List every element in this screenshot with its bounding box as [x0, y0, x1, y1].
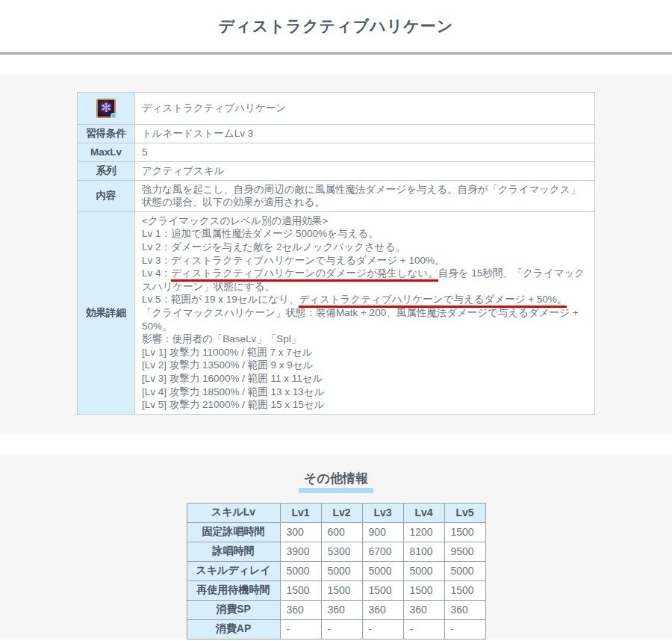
table-row-requirement: 習得条件 トルネードストームLv 3 [78, 125, 595, 143]
effect-detail-line: [Lv 2] 攻撃力 13500% / 範囲 9 x 9セル [142, 359, 588, 372]
wind-swirl-skill-icon: ✻ [96, 99, 116, 118]
cell-value: 1500 [321, 580, 362, 600]
table-row-series: 系列 アクティブスキル [78, 161, 595, 180]
row-header: 消費AP [187, 619, 280, 639]
cell-value: 300 [280, 522, 321, 542]
requirement-value: トルネードストームLv 3 [135, 125, 595, 143]
cell-value: - [321, 619, 362, 639]
effect-detail-line: Lv 2：ダメージを与えた敵を 2セルノックバックさせる。 [142, 241, 588, 254]
skill-detail-page: { "page": { "title": "ディストラクティブハリケーン" },… [0, 0, 672, 641]
other-info-table-body: 固定詠唱時間30060090012001500詠唱時間3900530067008… [187, 522, 485, 639]
cell-value: 900 [362, 522, 403, 542]
column-header-lv2: Lv2 [321, 503, 362, 522]
series-value: アクティブスキル [135, 161, 595, 180]
cell-value: 5000 [321, 561, 362, 580]
cell-value: 3900 [280, 542, 321, 561]
series-label: 系列 [78, 161, 135, 180]
effect-detail-line: <クライマックスのレベル別の適用効果> [142, 214, 588, 228]
table-row-effect-details: 効果詳細 <クライマックスのレベル別の適用効果>Lv 1：追加で風属性魔法ダメー… [78, 211, 595, 414]
column-header-lv1: Lv1 [280, 503, 321, 522]
effect-detail-line: 「クライマックスハリケーン」状態：装備Matk + 200、風属性魔法ダメージで… [142, 306, 588, 332]
row-header: スキルディレイ [187, 561, 280, 580]
skill-name-row: ✻ ディストラクティブハリケーン [78, 93, 595, 125]
cell-value: 1500 [444, 580, 485, 600]
maxlv-label: MaxLv [78, 143, 135, 162]
table-row-maxlv: MaxLv 5 [78, 143, 595, 162]
column-header-lv4: Lv4 [403, 503, 444, 522]
effect-detail-line: [Lv 4] 攻撃力 18500% / 範囲 13 x 13セル [142, 385, 588, 399]
cell-value: 5000 [280, 561, 321, 580]
other-info-header-row: スキルLvLv1Lv2Lv3Lv4Lv5 [187, 503, 485, 522]
cell-value: 360 [321, 600, 362, 619]
cell-value: 360 [444, 600, 485, 619]
description-label: 内容 [78, 180, 135, 211]
effect-text: [Lv 2] 攻撃力 13500% / 範囲 9 x 9セル [142, 359, 313, 371]
effect-text: <クライマックスのレベル別の適用効果> [142, 215, 328, 226]
cell-value: 5000 [403, 561, 444, 580]
cell-value: 1500 [280, 580, 321, 600]
cell-value: 360 [403, 600, 444, 619]
cell-value: 1500 [444, 522, 485, 542]
cell-value: 5300 [321, 542, 362, 561]
other-info-section: その他情報 スキルLvLv1Lv2Lv3Lv4Lv5 固定詠唱時間3006009… [0, 455, 672, 640]
cell-value: 9500 [444, 542, 485, 561]
effect-detail-line: Lv 4：ディストラクティブハリケーンのダメージが発生しない。自身を 15秒間、… [142, 267, 588, 293]
cell-value: 5000 [362, 561, 403, 580]
row-header: 固定詠唱時間 [187, 522, 280, 542]
cell-value: - [362, 619, 403, 639]
effect-details-label: 効果詳細 [78, 211, 135, 414]
cell-value: 1500 [403, 580, 444, 600]
table-row: 消費AP----- [187, 619, 485, 639]
page-title: ディストラクティブハリケーン [0, 0, 672, 52]
gem-dot [111, 113, 116, 119]
cell-value: 1500 [362, 580, 403, 600]
effect-text: [Lv 4] 攻撃力 18500% / 範囲 13 x 13セル [142, 386, 324, 397]
effect-detail-line: Lv 1：追加で風属性魔法ダメージ 5000%を与える。 [142, 227, 588, 241]
cell-value: 1200 [403, 522, 444, 542]
effect-detail-line: 影響：使用者の「BaseLv」「Spl」 [142, 332, 588, 346]
requirement-label: 習得条件 [78, 125, 135, 143]
white-gap-top [0, 55, 672, 75]
table-row: スキルディレイ50005000500050005000 [187, 561, 485, 580]
effect-detail-line: [Lv 1] 攻撃力 11000% / 範囲 7 x 7セル [142, 346, 588, 359]
maxlv-value: 5 [135, 143, 595, 162]
cell-value: 360 [280, 600, 321, 619]
skill-info-table: ✻ ディストラクティブハリケーン 習得条件 トルネードストームLv 3 MaxL… [77, 92, 595, 415]
column-header-lv3: Lv3 [362, 503, 403, 522]
skill-info-section: ✻ ディストラクティブハリケーン 習得条件 トルネードストームLv 3 MaxL… [0, 75, 672, 434]
cell-value: 5000 [444, 561, 485, 580]
row-header: 再使用待機時間 [187, 580, 280, 600]
effect-text: 影響：使用者の「BaseLv」「Spl」 [142, 333, 301, 344]
effect-detail-line: Lv 3：ディストラクティブハリケーンで与えるダメージ + 100%。 [142, 254, 588, 267]
effect-text: Lv 1：追加で風属性魔法ダメージ 5000%を与える。 [142, 228, 379, 239]
other-info-table-head: スキルLvLv1Lv2Lv3Lv4Lv5 [187, 503, 485, 522]
other-info-table: スキルLvLv1Lv2Lv3Lv4Lv5 固定詠唱時間3006009001200… [187, 503, 486, 640]
table-row-description: 内容 強力な風を起こし、自身の周辺の敵に風属性魔法ダメージを与える。自身が「クラ… [78, 180, 595, 211]
table-row: 固定詠唱時間30060090012001500 [187, 522, 485, 542]
cell-value: 6700 [362, 542, 403, 561]
cell-value: 360 [362, 600, 403, 619]
skill-icon-cell: ✻ [78, 93, 135, 125]
cell-value: - [280, 619, 321, 639]
effect-detail-line: Lv 5：範囲が 19 x 19セルになり、ディストラクティブハリケーンで与える… [142, 293, 588, 306]
column-header-skilllv: スキルLv [187, 503, 280, 522]
skill-name: ディストラクティブハリケーン [135, 93, 595, 125]
table-row: 再使用待機時間15001500150015001500 [187, 580, 485, 600]
effect-detail-line: [Lv 5] 攻撃力 21000% / 範囲 15 x 15セル [142, 398, 588, 412]
effect-detail-line: [Lv 3] 攻撃力 16000% / 範囲 11 x 11セル [142, 372, 588, 385]
effect-text: 「クライマックスハリケーン」状態：装備Matk + 200、風属性魔法ダメージで… [142, 307, 579, 332]
cell-value: - [403, 619, 444, 639]
effect-text: Lv 3：ディストラクティブハリケーンで与えるダメージ + 100%。 [142, 255, 444, 266]
column-header-lv5: Lv5 [444, 503, 485, 522]
white-gap-middle [0, 434, 672, 455]
effect-text: Lv 5：範囲が 19 x 19セルになり、 [142, 294, 299, 305]
effect-details-lines: <クライマックスのレベル別の適用効果>Lv 1：追加で風属性魔法ダメージ 500… [135, 211, 595, 414]
effect-text: Lv 4： [142, 267, 171, 279]
description-value: 強力な風を起こし、自身の周辺の敵に風属性魔法ダメージを与える。自身が「クライマッ… [135, 180, 595, 211]
table-row: 消費SP360360360360360 [187, 600, 485, 619]
row-header: 詠唱時間 [187, 542, 280, 561]
table-row: 詠唱時間39005300670081009500 [187, 542, 485, 561]
row-header: 消費SP [187, 600, 280, 619]
red-underlined-text: ディストラクティブハリケーンのダメージが発生しない。 [171, 267, 438, 282]
effect-text: [Lv 3] 攻撃力 16000% / 範囲 11 x 11セル [142, 373, 323, 384]
